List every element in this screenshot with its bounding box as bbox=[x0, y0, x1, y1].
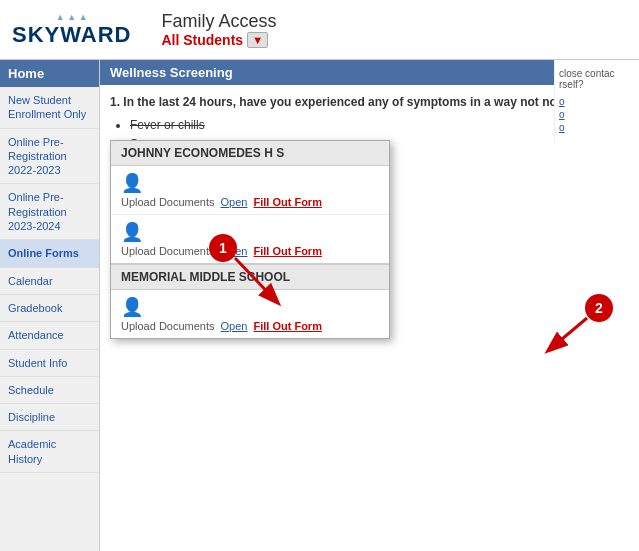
app-header: ▲ ▲ ▲ SKYWARD Family Access All Students… bbox=[0, 0, 639, 60]
wellness-question: 1. In the last 24 hours, have you experi… bbox=[110, 93, 629, 112]
right-text: close contac rself? bbox=[559, 68, 635, 90]
sidebar-item-online-pre-2022[interactable]: Online Pre-Registration 2022-2023 bbox=[0, 129, 99, 185]
sidebar-home[interactable]: Home bbox=[0, 60, 99, 87]
person-icon-3: 👤 bbox=[121, 296, 143, 318]
logo-area: ▲ ▲ ▲ SKYWARD bbox=[12, 12, 131, 48]
fill-form-link-1[interactable]: Fill Out Form bbox=[253, 196, 321, 208]
sidebar-item-online-forms[interactable]: Online Forms bbox=[0, 240, 99, 267]
sidebar-item-academic-history[interactable]: Academic History bbox=[0, 431, 99, 473]
sidebar-item-new-student[interactable]: New Student Enrollment Only bbox=[0, 87, 99, 129]
sidebar-item-online-pre-2023[interactable]: Online Pre-Registration 2023-2024 bbox=[0, 184, 99, 240]
person-icon-1: 👤 bbox=[121, 172, 143, 194]
svg-line-3 bbox=[235, 258, 277, 302]
logo-arc: ▲ ▲ ▲ bbox=[12, 12, 131, 22]
right-panel: close contac rself? o o o bbox=[554, 60, 639, 143]
person-icon-2: 👤 bbox=[121, 221, 143, 243]
app-title: Family Access bbox=[161, 11, 276, 32]
sidebar-item-calendar[interactable]: Calendar bbox=[0, 268, 99, 295]
sidebar-item-discipline[interactable]: Discipline bbox=[0, 404, 99, 431]
svg-line-7 bbox=[549, 318, 587, 350]
upload-label-1: Upload Documents bbox=[121, 196, 215, 208]
sidebar: Home New Student Enrollment Only Online … bbox=[0, 60, 100, 551]
svg-text:2: 2 bbox=[595, 300, 603, 316]
school-1-header: JOHNNY ECONOMEDES H S bbox=[111, 141, 389, 166]
open-link-1[interactable]: Open bbox=[221, 196, 248, 208]
upload-label-2: Upload Documents bbox=[121, 245, 215, 257]
arrow-2-annotation: 2 bbox=[539, 290, 619, 373]
school-1-row-1-icon: 👤 bbox=[111, 166, 389, 196]
svg-text:1: 1 bbox=[219, 240, 227, 256]
right-link-1[interactable]: o bbox=[559, 96, 635, 107]
sidebar-item-schedule[interactable]: Schedule bbox=[0, 377, 99, 404]
sidebar-item-student-info[interactable]: Student Info bbox=[0, 350, 99, 377]
main-content: Wellness Screening 1. In the last 24 hou… bbox=[100, 60, 639, 551]
arrow-1-annotation: 1 bbox=[205, 230, 295, 323]
upload-label-3: Upload Documents bbox=[121, 320, 215, 332]
right-link-3[interactable]: o bbox=[559, 122, 635, 133]
sidebar-item-attendance[interactable]: Attendance bbox=[0, 322, 99, 349]
student-dropdown[interactable]: ▼ bbox=[247, 32, 268, 48]
right-link-2[interactable]: o bbox=[559, 109, 635, 120]
sidebar-item-gradebook[interactable]: Gradebook bbox=[0, 295, 99, 322]
main-layout: Home New Student Enrollment Only Online … bbox=[0, 60, 639, 551]
school-1-row-1-links: Upload Documents Open Fill Out Form bbox=[111, 196, 389, 214]
student-selector[interactable]: All Students ▼ bbox=[161, 32, 276, 48]
logo-text: SKYWARD bbox=[12, 22, 131, 47]
